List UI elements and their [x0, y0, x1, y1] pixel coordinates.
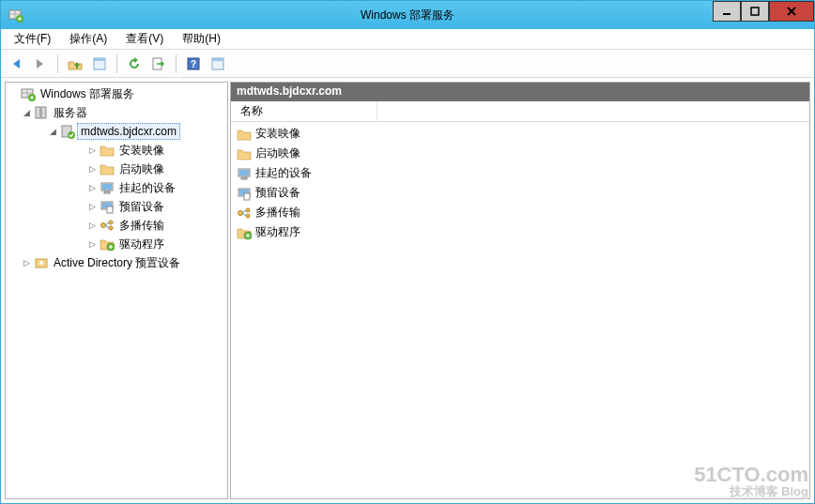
- help-icon: [186, 56, 201, 71]
- computer-icon: [100, 180, 115, 195]
- svg-rect-24: [751, 8, 759, 15]
- menubar: 文件(F) 操作(A) 查看(V) 帮助(H): [1, 29, 814, 50]
- list-item-pending-devices[interactable]: 挂起的设备: [233, 163, 807, 183]
- server-ok-icon: [60, 124, 75, 139]
- svg-rect-23: [723, 13, 730, 15]
- maximize-button[interactable]: [741, 1, 769, 22]
- collapse-icon[interactable]: ◢: [47, 126, 58, 137]
- titlebar: Windows 部署服务: [1, 1, 814, 29]
- list-header: mdtwds.bjdcxr.com: [231, 83, 809, 101]
- refresh-icon: [127, 56, 142, 71]
- back-button[interactable]: [5, 53, 27, 75]
- help-button[interactable]: [182, 53, 205, 75]
- tree-servers-label: 服务器: [51, 104, 90, 122]
- expand-icon[interactable]: ▷: [86, 182, 98, 193]
- list-item-multicast[interactable]: 多播传输: [233, 203, 807, 222]
- list-item-drivers[interactable]: 驱动程序: [233, 222, 807, 242]
- tree-pending-devices[interactable]: ▷ 挂起的设备: [86, 178, 225, 197]
- separator-icon: [57, 54, 58, 73]
- toolbar: [1, 50, 814, 78]
- computer-doc-icon: [100, 199, 115, 214]
- tree-pane[interactable]: Windows 部署服务 ◢ 服务器: [5, 82, 228, 499]
- folder-icon: [100, 143, 115, 158]
- main-window: Windows 部署服务 文件(F) 操作(A) 查看(V) 帮助(H): [0, 0, 815, 504]
- tree-ad-prestaged[interactable]: ▷ Active Directory 预置设备: [21, 253, 225, 272]
- list-body[interactable]: 安装映像 启动映像 挂起的设备 预留设备 多播传输: [231, 122, 809, 498]
- menu-action[interactable]: 操作(A): [62, 29, 115, 49]
- tree-root-label: Windows 部署服务: [38, 85, 137, 103]
- expand-icon[interactable]: ▷: [86, 145, 98, 156]
- expand-icon[interactable]: ▷: [86, 220, 98, 231]
- columns-icon: [210, 56, 225, 71]
- tree-prestaged-devices[interactable]: ▷ 预留设备: [86, 197, 225, 216]
- export-button[interactable]: [147, 53, 170, 75]
- folder-icon: [100, 161, 115, 176]
- separator-icon: [176, 54, 177, 73]
- folder-green-icon: [237, 225, 252, 240]
- tree-server-label: mdtwds.bjdcxr.com: [77, 123, 180, 140]
- window-title: Windows 部署服务: [361, 8, 454, 23]
- folder-green-icon: [100, 237, 115, 252]
- list-column-header[interactable]: 名称: [231, 101, 809, 122]
- list-item-prestaged-devices[interactable]: 预留设备: [233, 183, 807, 203]
- list-item-boot-images[interactable]: 启动映像: [233, 144, 807, 163]
- up-button[interactable]: [64, 53, 86, 75]
- show-hide-button[interactable]: [207, 53, 229, 75]
- collapse-icon[interactable]: ◢: [21, 107, 32, 118]
- list-pane: mdtwds.bjdcxr.com 名称 安装映像 启动映像 挂起的设备: [230, 82, 810, 499]
- export-icon: [151, 56, 166, 71]
- tree-server-node[interactable]: ◢ mdtwds.bjdcxr.com: [47, 122, 225, 141]
- expand-icon[interactable]: ▷: [86, 163, 98, 175]
- folder-icon: [237, 146, 252, 161]
- menu-file[interactable]: 文件(F): [7, 29, 58, 49]
- wds-icon: [21, 86, 36, 101]
- multicast-icon: [237, 206, 252, 221]
- close-button[interactable]: [769, 1, 814, 22]
- expand-icon[interactable]: ▷: [86, 238, 98, 250]
- tree-multicast[interactable]: ▷ 多播传输: [86, 216, 225, 235]
- content-area: Windows 部署服务 ◢ 服务器: [1, 78, 814, 503]
- expand-icon[interactable]: ▷: [21, 257, 32, 268]
- tree-boot-images[interactable]: ▷ 启动映像: [86, 160, 225, 178]
- expand-icon[interactable]: ▷: [86, 201, 98, 212]
- properties-icon: [92, 56, 107, 71]
- forward-button[interactable]: [29, 53, 52, 75]
- arrow-right-icon: [33, 56, 48, 71]
- refresh-button[interactable]: [123, 53, 146, 75]
- menu-help[interactable]: 帮助(H): [175, 29, 228, 49]
- computer-icon: [237, 166, 252, 181]
- tree-drivers[interactable]: ▷ 驱动程序: [86, 235, 225, 253]
- tree-root[interactable]: Windows 部署服务: [8, 84, 225, 103]
- tree-servers[interactable]: ◢ 服务器: [21, 103, 225, 122]
- tree-install-images[interactable]: ▷ 安装映像: [86, 141, 225, 160]
- device-yellow-icon: [34, 255, 49, 270]
- list-item-install-images[interactable]: 安装映像: [233, 124, 807, 144]
- arrow-left-icon: [8, 56, 23, 71]
- app-icon: [8, 8, 23, 23]
- multicast-icon: [100, 218, 115, 233]
- folder-up-icon: [68, 56, 83, 71]
- separator-icon: [116, 54, 117, 73]
- computer-doc-icon: [237, 186, 252, 201]
- menu-view[interactable]: 查看(V): [118, 29, 171, 49]
- servers-icon: [34, 105, 49, 120]
- folder-icon: [237, 127, 252, 142]
- minimize-button[interactable]: [713, 1, 741, 22]
- window-controls: [713, 1, 814, 22]
- column-name[interactable]: 名称: [237, 101, 377, 121]
- properties-button[interactable]: [88, 53, 111, 75]
